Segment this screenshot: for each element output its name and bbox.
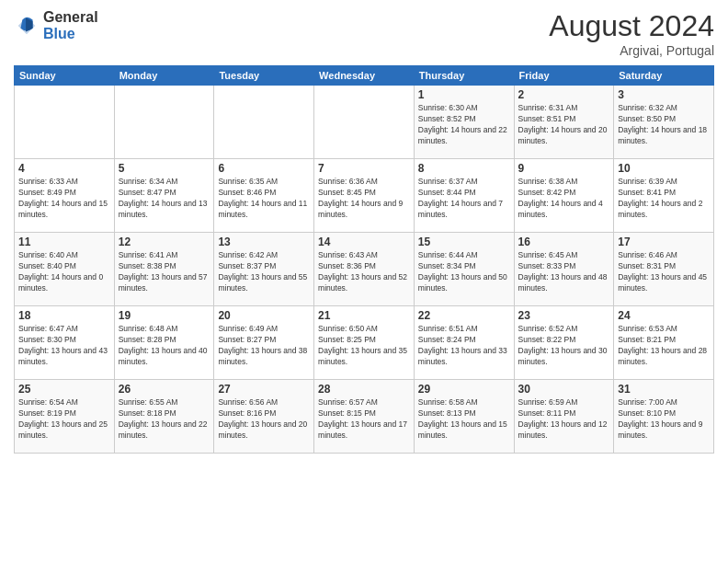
day-number: 22 bbox=[418, 309, 510, 322]
calendar-cell: 4Sunrise: 6:33 AM Sunset: 8:49 PM Daylig… bbox=[15, 159, 115, 233]
day-info: Sunrise: 6:48 AM Sunset: 8:28 PM Dayligh… bbox=[119, 324, 210, 368]
col-saturday: Saturday bbox=[614, 66, 714, 86]
calendar-cell: 26Sunrise: 6:55 AM Sunset: 8:18 PM Dayli… bbox=[114, 380, 214, 454]
day-info: Sunrise: 6:45 AM Sunset: 8:33 PM Dayligh… bbox=[518, 250, 610, 294]
col-wednesday: Wednesday bbox=[314, 66, 415, 86]
day-number: 14 bbox=[318, 236, 410, 248]
calendar-cell: 14Sunrise: 6:43 AM Sunset: 8:36 PM Dayli… bbox=[314, 233, 415, 306]
day-number: 4 bbox=[18, 162, 110, 175]
calendar-cell: 31Sunrise: 7:00 AM Sunset: 8:10 PM Dayli… bbox=[614, 380, 714, 454]
day-number: 20 bbox=[218, 309, 310, 322]
calendar-week-5: 25Sunrise: 6:54 AM Sunset: 8:19 PM Dayli… bbox=[15, 380, 714, 454]
day-info: Sunrise: 6:55 AM Sunset: 8:18 PM Dayligh… bbox=[119, 397, 210, 442]
day-info: Sunrise: 6:49 AM Sunset: 8:27 PM Dayligh… bbox=[218, 324, 310, 368]
calendar-cell: 18Sunrise: 6:47 AM Sunset: 8:30 PM Dayli… bbox=[15, 306, 115, 380]
calendar-cell: 9Sunrise: 6:38 AM Sunset: 8:42 PM Daylig… bbox=[514, 159, 614, 233]
calendar-cell: 21Sunrise: 6:50 AM Sunset: 8:25 PM Dayli… bbox=[314, 306, 415, 380]
calendar-cell bbox=[114, 86, 214, 159]
calendar-week-3: 11Sunrise: 6:40 AM Sunset: 8:40 PM Dayli… bbox=[15, 233, 714, 306]
day-info: Sunrise: 6:53 AM Sunset: 8:21 PM Dayligh… bbox=[618, 324, 710, 368]
calendar-cell: 30Sunrise: 6:59 AM Sunset: 8:11 PM Dayli… bbox=[514, 380, 614, 454]
day-info: Sunrise: 6:44 AM Sunset: 8:34 PM Dayligh… bbox=[418, 250, 510, 294]
calendar-cell: 2Sunrise: 6:31 AM Sunset: 8:51 PM Daylig… bbox=[514, 86, 614, 159]
day-number: 26 bbox=[119, 383, 210, 396]
calendar-cell: 19Sunrise: 6:48 AM Sunset: 8:28 PM Dayli… bbox=[114, 306, 214, 380]
day-number: 19 bbox=[119, 309, 210, 322]
calendar-cell: 12Sunrise: 6:41 AM Sunset: 8:38 PM Dayli… bbox=[114, 233, 214, 306]
day-number: 25 bbox=[18, 383, 110, 396]
day-info: Sunrise: 6:33 AM Sunset: 8:49 PM Dayligh… bbox=[18, 177, 110, 221]
logo-general: General bbox=[43, 9, 98, 25]
day-info: Sunrise: 6:35 AM Sunset: 8:46 PM Dayligh… bbox=[218, 177, 310, 221]
day-info: Sunrise: 6:40 AM Sunset: 8:40 PM Dayligh… bbox=[18, 250, 110, 294]
col-tuesday: Tuesday bbox=[214, 66, 314, 86]
day-info: Sunrise: 6:46 AM Sunset: 8:31 PM Dayligh… bbox=[618, 250, 710, 294]
calendar-cell: 11Sunrise: 6:40 AM Sunset: 8:40 PM Dayli… bbox=[15, 233, 115, 306]
calendar-cell bbox=[314, 86, 415, 159]
location: Argivai, Portugal bbox=[549, 43, 714, 58]
day-info: Sunrise: 6:56 AM Sunset: 8:16 PM Dayligh… bbox=[218, 397, 310, 442]
col-friday: Friday bbox=[514, 66, 614, 86]
day-info: Sunrise: 7:00 AM Sunset: 8:10 PM Dayligh… bbox=[618, 397, 710, 442]
day-number: 12 bbox=[119, 236, 210, 248]
day-info: Sunrise: 6:52 AM Sunset: 8:22 PM Dayligh… bbox=[518, 324, 610, 368]
day-number: 30 bbox=[518, 383, 610, 396]
day-number: 7 bbox=[318, 162, 410, 175]
day-info: Sunrise: 6:47 AM Sunset: 8:30 PM Dayligh… bbox=[18, 324, 110, 368]
day-number: 31 bbox=[618, 383, 710, 396]
title-block: August 2024 Argivai, Portugal bbox=[549, 9, 714, 58]
calendar-header: Sunday Monday Tuesday Wednesday Thursday… bbox=[15, 66, 714, 86]
calendar-cell: 24Sunrise: 6:53 AM Sunset: 8:21 PM Dayli… bbox=[614, 306, 714, 380]
header-row: Sunday Monday Tuesday Wednesday Thursday… bbox=[15, 66, 714, 86]
day-number: 17 bbox=[618, 236, 710, 248]
day-info: Sunrise: 6:31 AM Sunset: 8:51 PM Dayligh… bbox=[518, 103, 610, 147]
day-number: 15 bbox=[418, 236, 510, 248]
logo: General Blue bbox=[14, 9, 98, 41]
calendar-cell: 15Sunrise: 6:44 AM Sunset: 8:34 PM Dayli… bbox=[414, 233, 514, 306]
calendar-body: 1Sunrise: 6:30 AM Sunset: 8:52 PM Daylig… bbox=[15, 86, 714, 454]
calendar-cell: 29Sunrise: 6:58 AM Sunset: 8:13 PM Dayli… bbox=[414, 380, 514, 454]
day-info: Sunrise: 6:41 AM Sunset: 8:38 PM Dayligh… bbox=[119, 250, 210, 294]
day-info: Sunrise: 6:58 AM Sunset: 8:13 PM Dayligh… bbox=[418, 397, 510, 442]
month-year: August 2024 bbox=[549, 9, 714, 43]
day-number: 13 bbox=[218, 236, 310, 248]
day-number: 27 bbox=[218, 383, 310, 396]
day-number: 28 bbox=[318, 383, 410, 396]
day-number: 24 bbox=[618, 309, 710, 322]
day-info: Sunrise: 6:34 AM Sunset: 8:47 PM Dayligh… bbox=[119, 177, 210, 221]
calendar-cell: 3Sunrise: 6:32 AM Sunset: 8:50 PM Daylig… bbox=[614, 86, 714, 159]
day-number: 16 bbox=[518, 236, 610, 248]
calendar-cell: 1Sunrise: 6:30 AM Sunset: 8:52 PM Daylig… bbox=[414, 86, 514, 159]
calendar-cell bbox=[214, 86, 314, 159]
day-number: 3 bbox=[618, 88, 710, 101]
day-number: 29 bbox=[418, 383, 510, 396]
calendar-cell: 13Sunrise: 6:42 AM Sunset: 8:37 PM Dayli… bbox=[214, 233, 314, 306]
calendar-cell: 25Sunrise: 6:54 AM Sunset: 8:19 PM Dayli… bbox=[15, 380, 115, 454]
day-info: Sunrise: 6:42 AM Sunset: 8:37 PM Dayligh… bbox=[218, 250, 310, 294]
logo-blue: Blue bbox=[43, 26, 75, 41]
logo-icon bbox=[14, 13, 40, 39]
calendar-cell: 23Sunrise: 6:52 AM Sunset: 8:22 PM Dayli… bbox=[514, 306, 614, 380]
day-number: 8 bbox=[418, 162, 510, 175]
day-number: 21 bbox=[318, 309, 410, 322]
col-monday: Monday bbox=[114, 66, 214, 86]
col-thursday: Thursday bbox=[414, 66, 514, 86]
calendar-week-2: 4Sunrise: 6:33 AM Sunset: 8:49 PM Daylig… bbox=[15, 159, 714, 233]
calendar: Sunday Monday Tuesday Wednesday Thursday… bbox=[14, 65, 714, 454]
day-info: Sunrise: 6:50 AM Sunset: 8:25 PM Dayligh… bbox=[318, 324, 410, 368]
day-number: 23 bbox=[518, 309, 610, 322]
day-info: Sunrise: 6:54 AM Sunset: 8:19 PM Dayligh… bbox=[18, 397, 110, 442]
calendar-cell: 22Sunrise: 6:51 AM Sunset: 8:24 PM Dayli… bbox=[414, 306, 514, 380]
day-number: 18 bbox=[18, 309, 110, 322]
day-info: Sunrise: 6:32 AM Sunset: 8:50 PM Dayligh… bbox=[618, 103, 710, 147]
day-number: 1 bbox=[418, 88, 510, 101]
day-info: Sunrise: 6:59 AM Sunset: 8:11 PM Dayligh… bbox=[518, 397, 610, 442]
day-number: 9 bbox=[518, 162, 610, 175]
day-number: 10 bbox=[618, 162, 710, 175]
calendar-cell: 5Sunrise: 6:34 AM Sunset: 8:47 PM Daylig… bbox=[114, 159, 214, 233]
calendar-week-1: 1Sunrise: 6:30 AM Sunset: 8:52 PM Daylig… bbox=[15, 86, 714, 159]
day-number: 6 bbox=[218, 162, 310, 175]
day-info: Sunrise: 6:57 AM Sunset: 8:15 PM Dayligh… bbox=[318, 397, 410, 442]
day-info: Sunrise: 6:37 AM Sunset: 8:44 PM Dayligh… bbox=[418, 177, 510, 221]
day-info: Sunrise: 6:36 AM Sunset: 8:45 PM Dayligh… bbox=[318, 177, 410, 221]
